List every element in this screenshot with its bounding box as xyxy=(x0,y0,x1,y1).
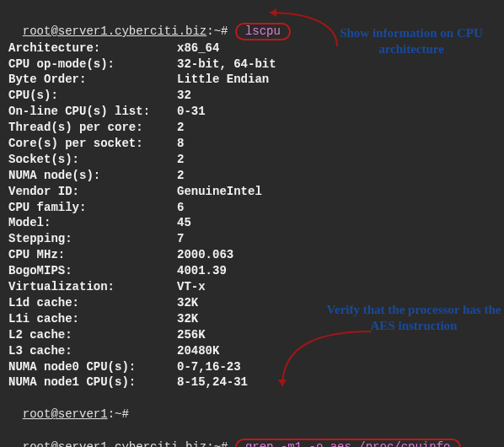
lscpu-value: 32 xyxy=(177,88,191,104)
lscpu-key: Architecture: xyxy=(8,40,177,57)
lscpu-value: 256K xyxy=(177,327,206,343)
lscpu-value: 2 xyxy=(177,120,184,136)
prompt-suffix: :~# xyxy=(206,440,228,447)
shell-prompt-short: root@server1 xyxy=(23,407,108,421)
prompt-suffix: :~# xyxy=(206,24,228,38)
lscpu-key: Socket(s): xyxy=(8,152,177,168)
lscpu-key: Thread(s) per core: xyxy=(8,120,177,136)
lscpu-row: L3 cache:20480K xyxy=(8,343,496,359)
lscpu-key: CPU(s): xyxy=(8,88,177,104)
lscpu-value: 2000.063 xyxy=(177,247,233,263)
lscpu-key: CPU op-mode(s): xyxy=(8,57,177,73)
lscpu-value: 45 xyxy=(177,215,191,231)
lscpu-value: 8-15,24-31 xyxy=(177,374,248,390)
lscpu-row: On-line CPU(s) list:0-31 xyxy=(8,104,496,120)
lscpu-value: 32K xyxy=(177,311,198,327)
lscpu-key: Stepping: xyxy=(8,231,177,247)
lscpu-value: 4001.39 xyxy=(177,263,227,279)
lscpu-value: x86_64 xyxy=(177,40,219,57)
lscpu-row: CPU op-mode(s):32-bit, 64-bit xyxy=(8,57,496,73)
lscpu-row: Model:45 xyxy=(8,215,496,231)
lscpu-value: 20480K xyxy=(177,343,219,359)
terminal-line: root@server1:~# xyxy=(8,390,496,423)
lscpu-output: Architecture:x86_64CPU op-mode(s):32-bit… xyxy=(8,40,496,391)
lscpu-key: On-line CPU(s) list: xyxy=(8,104,177,120)
lscpu-key: NUMA node0 CPU(s): xyxy=(8,359,177,375)
lscpu-value: 2 xyxy=(177,168,184,184)
lscpu-row: CPU MHz:2000.063 xyxy=(8,247,496,263)
lscpu-key: Virtualization: xyxy=(8,279,177,295)
lscpu-row: Thread(s) per core:2 xyxy=(8,120,496,136)
lscpu-value: Little Endian xyxy=(177,72,269,88)
lscpu-value: 7 xyxy=(177,231,184,247)
lscpu-value: 0-7,16-23 xyxy=(177,359,241,375)
lscpu-key: L3 cache: xyxy=(8,343,177,359)
lscpu-key: CPU family: xyxy=(8,200,177,216)
lscpu-key: Model: xyxy=(8,215,177,231)
lscpu-value: GenuineIntel xyxy=(177,184,262,200)
command-grep-aes: grep -m1 -o aes /proc/cpuinfo xyxy=(235,439,461,447)
lscpu-row: Byte Order:Little Endian xyxy=(8,72,496,88)
lscpu-row: Virtualization:VT-x xyxy=(8,279,496,295)
command-lscpu: lscpu xyxy=(235,23,291,40)
lscpu-key: L1i cache: xyxy=(8,311,177,327)
lscpu-key: Byte Order: xyxy=(8,72,177,88)
lscpu-row: CPU family:6 xyxy=(8,200,496,216)
shell-prompt: root@server1.cyberciti.biz xyxy=(23,440,206,447)
lscpu-row: NUMA node(s):2 xyxy=(8,168,496,184)
lscpu-key: L2 cache: xyxy=(8,327,177,343)
lscpu-key: CPU MHz: xyxy=(8,247,177,263)
lscpu-value: 2 xyxy=(177,152,184,168)
lscpu-row: CPU(s):32 xyxy=(8,88,496,104)
lscpu-value: 8 xyxy=(177,136,184,152)
lscpu-key: L1d cache: xyxy=(8,295,177,311)
prompt-suffix: :~# xyxy=(108,407,129,421)
lscpu-row: NUMA node0 CPU(s):0-7,16-23 xyxy=(8,359,496,375)
lscpu-value: 0-31 xyxy=(177,104,206,120)
lscpu-key: Core(s) per socket: xyxy=(8,136,177,152)
annotation-aes-check: Verify that the processor has the AES in… xyxy=(325,302,502,334)
lscpu-row: Socket(s):2 xyxy=(8,152,496,168)
annotation-cpu-arch: Show information on CPU architecture xyxy=(323,25,500,57)
lscpu-value: VT-x xyxy=(177,279,206,295)
lscpu-row: Vendor ID:GenuineIntel xyxy=(8,184,496,200)
lscpu-row: NUMA node1 CPU(s):8-15,24-31 xyxy=(8,374,496,390)
lscpu-value: 32K xyxy=(177,295,198,311)
lscpu-value: 6 xyxy=(177,200,184,216)
lscpu-row: Core(s) per socket:8 xyxy=(8,136,496,152)
lscpu-row: BogoMIPS:4001.39 xyxy=(8,263,496,279)
lscpu-value: 32-bit, 64-bit xyxy=(177,57,276,73)
lscpu-key: NUMA node1 CPU(s): xyxy=(8,374,177,390)
lscpu-key: NUMA node(s): xyxy=(8,168,177,184)
lscpu-key: BogoMIPS: xyxy=(8,263,177,279)
lscpu-row: Stepping:7 xyxy=(8,231,496,247)
lscpu-key: Vendor ID: xyxy=(8,184,177,200)
shell-prompt: root@server1.cyberciti.biz xyxy=(23,24,206,38)
terminal-line: root@server1.cyberciti.biz:~# grep -m1 -… xyxy=(8,423,496,447)
